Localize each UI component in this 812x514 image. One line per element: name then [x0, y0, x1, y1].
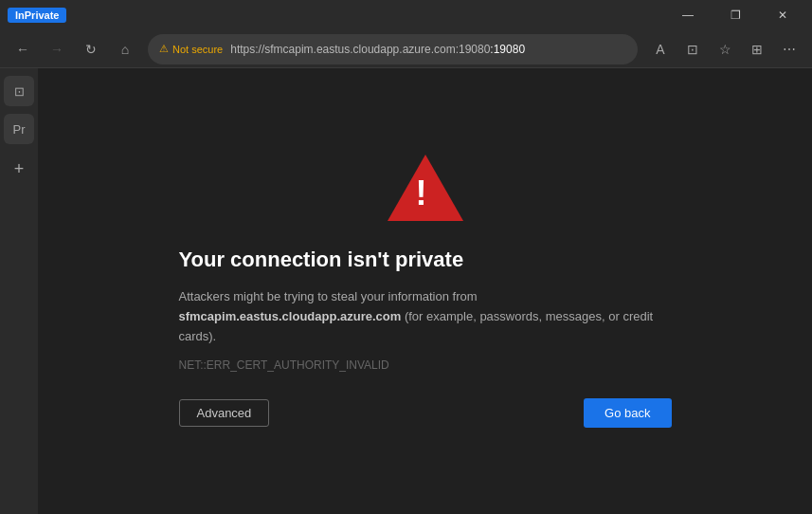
description-prefix: Attackers might be trying to steal your … — [179, 289, 478, 303]
refresh-button[interactable]: ↻ — [76, 34, 106, 64]
back-button[interactable]: ← — [8, 34, 38, 64]
error-code: NET::ERR_CERT_AUTHORITY_INVALID — [179, 358, 389, 372]
inprivate-label: InPrivate — [15, 9, 59, 21]
error-title: Your connection isn't private — [179, 248, 464, 272]
warning-triangle-icon — [388, 155, 463, 221]
sidebar-tabs-button[interactable]: ⊡ — [4, 76, 34, 106]
sidebar: ⊡ Pr + — [0, 68, 38, 514]
browser-body: ⊡ Pr + Your connection isn't private Att… — [0, 68, 812, 514]
more-button[interactable]: ⋯ — [774, 34, 804, 64]
main-content: Your connection isn't private Attackers … — [38, 68, 812, 514]
go-back-button[interactable]: Go back — [584, 398, 671, 428]
collections-button[interactable]: ⊞ — [742, 34, 772, 64]
sidebar-pr-button[interactable]: Pr — [4, 114, 34, 144]
warning-icon-container — [179, 155, 672, 221]
not-secure-label: Not secure — [172, 44, 223, 55]
restore-button[interactable]: ❐ — [713, 0, 757, 30]
advanced-button[interactable]: Advanced — [179, 399, 270, 427]
sidebar-add-button[interactable]: + — [6, 156, 32, 182]
inprivate-badge: InPrivate — [8, 8, 66, 23]
error-card: Your connection isn't private Attackers … — [179, 155, 672, 427]
read-aloud-button[interactable]: A — [645, 34, 676, 64]
error-domain: sfmcapim.eastus.cloudapp.azure.com — [179, 309, 402, 323]
titlebar-controls: — ❐ ✕ — [666, 0, 804, 30]
titlebar-left: InPrivate — [8, 8, 66, 23]
warning-icon: ⚠ — [159, 43, 169, 55]
error-description: Attackers might be trying to steal your … — [179, 287, 672, 346]
forward-button[interactable]: → — [42, 34, 72, 64]
address-bar[interactable]: ⚠ Not secure https://sfmcapim.eastus.clo… — [148, 34, 638, 64]
home-button[interactable]: ⌂ — [110, 34, 140, 64]
minimize-button[interactable]: — — [666, 0, 710, 30]
not-secure-badge: ⚠ Not secure — [159, 43, 223, 55]
close-button[interactable]: ✕ — [761, 0, 804, 30]
titlebar: InPrivate — ❐ ✕ — [0, 0, 812, 30]
favorites-button[interactable]: ☆ — [710, 34, 740, 64]
error-actions: Advanced Go back — [179, 398, 672, 428]
url-text: https://sfmcapim.eastus.cloudapp.azure.c… — [230, 43, 626, 56]
tab-button[interactable]: ⊡ — [677, 34, 708, 64]
nav-right-icons: A ⊡ ☆ ⊞ ⋯ — [645, 34, 804, 64]
navbar: ← → ↻ ⌂ ⚠ Not secure https://sfmcapim.ea… — [0, 30, 812, 68]
